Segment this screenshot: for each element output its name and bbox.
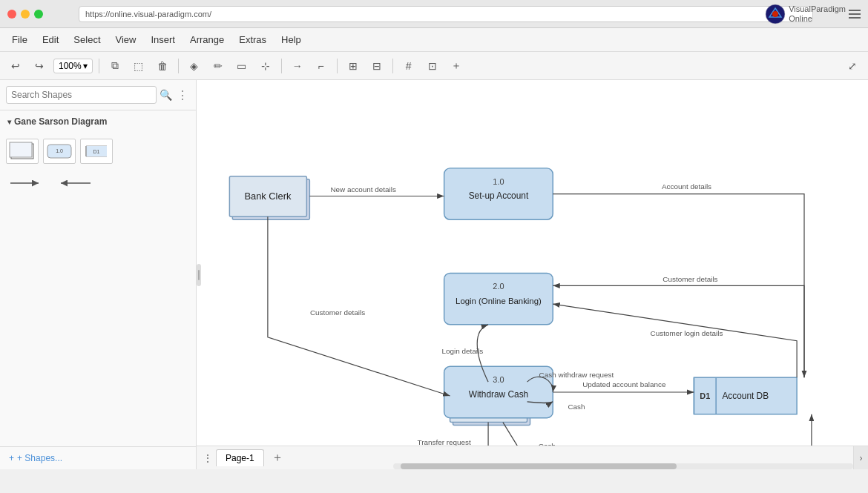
edge-db-login2-label: Customer login details bbox=[651, 329, 723, 337]
undo-button[interactable]: ↩ bbox=[6, 56, 25, 76]
process3-label: Withdraw Cash bbox=[469, 389, 529, 400]
align-button[interactable]: ⊞ bbox=[343, 56, 363, 76]
zoom-value: 100% bbox=[59, 61, 82, 71]
edge-bank-setup-label: New account details bbox=[330, 185, 396, 193]
arrow-items bbox=[0, 170, 196, 196]
grid-button[interactable]: # bbox=[399, 56, 418, 76]
process2-label: Login (Online Banking) bbox=[456, 297, 542, 305]
bank-clerk-node[interactable]: Bank Clerk bbox=[229, 176, 309, 219]
edge-setup-db-label: Account details bbox=[662, 182, 711, 191]
edge-bank-customer bbox=[268, 216, 450, 396]
edge-customer-withdraw1-label: Cash withdraw request bbox=[539, 371, 614, 379]
menu-icon[interactable] bbox=[849, 10, 861, 19]
collapse-panel-button[interactable]: › bbox=[853, 446, 868, 469]
redo-button[interactable]: ↪ bbox=[30, 56, 49, 76]
setup-account-node[interactable]: 1.0 Set-up Account bbox=[444, 168, 553, 219]
shapes-grid: 1.0 D1 bbox=[0, 133, 196, 170]
distribute-button[interactable]: ⊟ bbox=[367, 56, 387, 76]
account-db-node[interactable]: D1 Account DB bbox=[694, 377, 797, 414]
close-button[interactable] bbox=[7, 10, 16, 19]
traffic-lights bbox=[7, 10, 43, 19]
datastore-shape[interactable]: D1 bbox=[80, 139, 113, 164]
waypoint2-button[interactable]: ⌐ bbox=[312, 56, 331, 76]
svg-text:D1: D1 bbox=[93, 149, 100, 154]
sidebar: 🔍 ⋮ ▾ Gane Sarson Diagram 1.0 bbox=[0, 80, 197, 469]
menu-file[interactable]: File bbox=[6, 31, 33, 48]
url-text: https://online.visual-paradigm.com/ bbox=[85, 10, 211, 19]
menu-edit[interactable]: Edit bbox=[36, 31, 65, 48]
withdraw-cash-node[interactable]: 3.0 Withdraw Cash bbox=[444, 366, 553, 417]
page-tab[interactable]: Page-1 bbox=[216, 449, 264, 466]
maximize-button[interactable] bbox=[34, 10, 43, 19]
bank-clerk-label: Bank Clerk bbox=[244, 191, 291, 202]
db-ref-label: D1 bbox=[700, 391, 710, 400]
shape-button[interactable]: ▭ bbox=[232, 56, 251, 76]
horizontal-scrollbar[interactable] bbox=[393, 463, 853, 469]
more-pages-icon[interactable]: ⋮ bbox=[203, 452, 213, 464]
menu-arrange[interactable]: Arrange bbox=[184, 31, 230, 48]
fill-button[interactable]: ◈ bbox=[185, 56, 204, 76]
minimize-button[interactable] bbox=[21, 10, 30, 19]
vp-logo-icon bbox=[765, 4, 786, 24]
edge-customer-withdraw2-label: Cash bbox=[568, 403, 585, 411]
fullscreen-button[interactable]: ⤢ bbox=[843, 56, 862, 76]
page-tab-label: Page-1 bbox=[226, 453, 254, 463]
stroke-button[interactable]: ✏ bbox=[208, 56, 228, 76]
splitter-handle[interactable] bbox=[197, 264, 201, 286]
process1-label: Set-up Account bbox=[469, 191, 529, 201]
paste-button[interactable]: ⬚ bbox=[129, 56, 148, 76]
arrow-left-shape[interactable] bbox=[53, 173, 95, 193]
titlebar: https://online.visual-paradigm.com/ Visu… bbox=[0, 0, 868, 28]
process1-number: 1.0 bbox=[493, 177, 504, 186]
more-options-icon[interactable]: ⋮ bbox=[175, 88, 190, 102]
snap-button[interactable]: ⊡ bbox=[423, 56, 442, 76]
add-shapes-label: + Shapes... bbox=[17, 453, 62, 463]
svg-text:1.0: 1.0 bbox=[56, 148, 63, 153]
process2-number: 2.0 bbox=[493, 282, 504, 291]
copy-button[interactable]: ⧉ bbox=[105, 56, 125, 76]
account-db-label: Account DB bbox=[722, 391, 769, 401]
edge-db-login2 bbox=[553, 304, 797, 377]
menu-select[interactable]: Select bbox=[68, 31, 106, 48]
connector-button[interactable]: → bbox=[288, 56, 307, 76]
toolbar: ↩ ↪ 100% ▾ ⧉ ⬚ 🗑 ◈ ✏ ▭ ⊹ → ⌐ ⊞ ⊟ # ⊡ ＋ ⤢ bbox=[0, 52, 868, 80]
menu-insert[interactable]: Insert bbox=[145, 31, 181, 48]
search-icon[interactable]: 🔍 bbox=[160, 89, 172, 101]
edge-bank-customer-label: Customer details bbox=[310, 308, 365, 317]
section-label: Gane Sarson Diagram bbox=[14, 116, 107, 127]
plus-shapes-icon: + bbox=[9, 453, 14, 463]
login-node[interactable]: 2.0 Login (Online Banking) bbox=[444, 274, 553, 325]
canvas-area[interactable]: Bank Clerk 1.0 Set-up Account Customer 2… bbox=[197, 80, 868, 469]
external-entity-shape[interactable] bbox=[6, 139, 39, 164]
url-bar[interactable]: https://online.visual-paradigm.com/ bbox=[79, 6, 813, 22]
zoom-control[interactable]: 100% ▾ bbox=[53, 59, 93, 73]
add-page-button[interactable]: ＋ bbox=[267, 449, 288, 467]
menu-extras[interactable]: Extras bbox=[233, 31, 272, 48]
delete-button[interactable]: 🗑 bbox=[153, 56, 172, 76]
section-gane-sarson[interactable]: ▾ Gane Sarson Diagram bbox=[0, 110, 196, 133]
chevron-down-icon: ▾ bbox=[7, 118, 11, 126]
menubar: File Edit Select View Insert Arrange Ext… bbox=[0, 28, 868, 52]
edge-withdraw-db-label: Updated account balance bbox=[582, 380, 666, 388]
waypoint-button[interactable]: ⊹ bbox=[256, 56, 275, 76]
process-shape[interactable]: 1.0 bbox=[43, 139, 76, 164]
arrow-right-shape[interactable] bbox=[6, 173, 47, 193]
vp-logo-text: VisualParadigm Online bbox=[789, 4, 846, 24]
svg-rect-4 bbox=[10, 142, 32, 157]
vp-logo: VisualParadigm Online bbox=[765, 4, 846, 24]
add-shapes-button[interactable]: + + Shapes... bbox=[0, 446, 196, 469]
edge-customer-login-label: Login details bbox=[442, 347, 484, 355]
edge-db-login-label: Customer details bbox=[662, 275, 717, 283]
main-layout: 🔍 ⋮ ▾ Gane Sarson Diagram 1.0 bbox=[0, 80, 868, 469]
search-bar: 🔍 ⋮ bbox=[0, 80, 196, 110]
bottom-bar: ⋮ Page-1 ＋ › bbox=[197, 446, 868, 469]
menu-view[interactable]: View bbox=[110, 31, 142, 48]
search-input[interactable] bbox=[6, 86, 157, 104]
diagram-canvas[interactable]: Bank Clerk 1.0 Set-up Account Customer 2… bbox=[197, 80, 868, 469]
process3-number: 3.0 bbox=[493, 375, 504, 384]
menu-help[interactable]: Help bbox=[275, 31, 307, 48]
plus-button[interactable]: ＋ bbox=[447, 56, 466, 76]
zoom-chevron: ▾ bbox=[83, 61, 88, 71]
svg-point-2 bbox=[772, 11, 778, 17]
